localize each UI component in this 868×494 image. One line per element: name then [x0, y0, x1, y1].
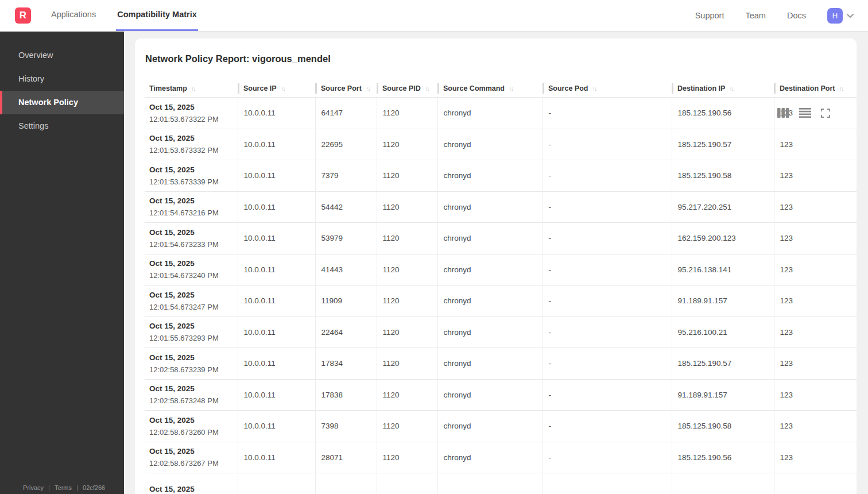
cell-dest_ip: 95.216.100.21: [672, 317, 774, 348]
column-header-source_port[interactable]: Source Port↑↓: [315, 82, 377, 98]
timestamp-date: Oct 15, 2025: [149, 164, 238, 176]
fullscreen-icon[interactable]: [821, 109, 830, 118]
sort-icon[interactable]: ↑↓: [281, 85, 285, 92]
tab-applications[interactable]: Applications: [50, 0, 97, 31]
timestamp-time: 12:02:58.673267 PM: [149, 457, 238, 469]
cell-dest_ip: 95.216.138.141: [672, 254, 774, 285]
cell-timestamp: Oct 15, 202512:01:53.673322 PM: [145, 98, 238, 129]
terms-link[interactable]: Terms: [55, 484, 72, 491]
table-row: Oct 15, 202512:01:54.673247 PM10.0.0.111…: [145, 285, 857, 317]
timestamp-date: Oct 15, 2025: [149, 483, 238, 494]
timestamp-time: 12:01:53.673322 PM: [149, 113, 238, 125]
app-logo[interactable]: R: [15, 7, 31, 24]
column-header-source_command[interactable]: Source Command↑↓: [437, 82, 542, 98]
cell-dest_ip: 91.189.91.157: [672, 285, 774, 317]
cell-source_command: chronyd: [437, 411, 542, 442]
sort-icon[interactable]: ↑↓: [839, 85, 843, 92]
cell-dest_port: 123: [774, 285, 857, 317]
cell-source_pid: 1120: [377, 254, 437, 285]
cell-source_port: 11909: [315, 285, 377, 317]
cell-timestamp: Oct 15, 202512:02:58.673239 PM: [145, 348, 238, 380]
cell-source_command: chronyd: [437, 191, 542, 223]
cell-source_command: chronyd: [437, 129, 542, 160]
cell-source_ip: 10.0.0.11: [238, 442, 315, 473]
cell-timestamp: Oct 15, 202512:01:54.673240 PM: [145, 254, 238, 285]
table-row: Oct 15, 202512:01:54.673233 PM10.0.0.115…: [145, 223, 857, 254]
column-header-dest_port[interactable]: Destination Port↑↓: [774, 82, 857, 98]
cell-source_pod: -: [542, 442, 672, 473]
cell-source_pod: -: [542, 379, 672, 411]
cell-dest_port: 123: [774, 442, 857, 473]
sidebar-item-settings[interactable]: Settings: [0, 114, 124, 138]
sort-icon[interactable]: ↑↓: [592, 85, 596, 92]
build-id: 02cf266: [83, 484, 105, 491]
column-header-dest_ip[interactable]: Destination IP↑↓: [672, 82, 774, 98]
sort-icon[interactable]: ↑↓: [425, 85, 429, 92]
cell-dest_ip: 162.159.200.123: [672, 223, 774, 254]
page-title: Network Policy Report: vigorous_mendel: [145, 38, 857, 64]
timestamp-date: Oct 15, 2025: [149, 101, 238, 113]
sort-icon[interactable]: ↑↓: [729, 85, 733, 92]
cell-source_pid: 1120: [377, 379, 437, 411]
sort-icon[interactable]: ↑↓: [366, 85, 370, 92]
sidebar-footer: Privacy Terms 02cf266: [23, 484, 105, 491]
cell-dest_ip: 185.125.190.57: [672, 348, 774, 380]
cell-source_pid: [377, 473, 437, 494]
cell-source_port: [315, 473, 377, 494]
rows-view-icon[interactable]: [799, 108, 811, 118]
table-row: Oct 15, 202512:01:55.673293 PM10.0.0.112…: [145, 317, 857, 348]
timestamp-time: 12:02:58.673248 PM: [149, 395, 238, 407]
cell-source_command: chronyd: [437, 160, 542, 192]
nav-tabs: Applications Compatibility Matrix: [50, 0, 217, 31]
cell-source_command: chronyd: [437, 254, 542, 285]
sidebar: Overview History Network Policy Settings…: [0, 32, 124, 494]
cell-source_port: 17838: [315, 379, 377, 411]
cell-dest_port: 123: [774, 191, 857, 223]
sidebar-item-history[interactable]: History: [0, 67, 124, 91]
cell-source_command: [437, 473, 542, 494]
columns-view-icon[interactable]: [777, 108, 789, 118]
cell-source_port: 28071: [315, 442, 377, 473]
cell-source_port: 22695: [315, 129, 377, 160]
column-header-source_ip[interactable]: Source IP↑↓: [238, 82, 315, 98]
cell-timestamp: Oct 15, 202512:01:54.673233 PM: [145, 223, 238, 254]
sidebar-item-network-policy[interactable]: Network Policy: [0, 91, 124, 114]
cell-dest_ip: 185.125.190.56: [672, 442, 774, 473]
timestamp-date: Oct 15, 2025: [149, 414, 238, 426]
column-label: Destination Port: [780, 84, 835, 92]
table-row: Oct 15, 202512:02:58.673260 PM10.0.0.117…: [145, 411, 857, 442]
sort-icon[interactable]: ↑↓: [509, 85, 513, 92]
table-body: Oct 15, 202512:01:53.673322 PM10.0.0.116…: [145, 98, 857, 494]
timestamp-time: 12:01:55.673293 PM: [149, 332, 238, 344]
sidebar-item-overview[interactable]: Overview: [0, 44, 124, 67]
sort-icon[interactable]: ↑↓: [191, 85, 195, 92]
column-header-timestamp[interactable]: Timestamp↑↓: [145, 82, 238, 98]
cell-source_pid: 1120: [377, 98, 437, 129]
nav-link-team[interactable]: Team: [745, 11, 765, 20]
avatar[interactable]: H: [827, 8, 843, 24]
nav-link-support[interactable]: Support: [695, 11, 724, 20]
cell-source_command: chronyd: [437, 285, 542, 317]
privacy-link[interactable]: Privacy: [23, 484, 44, 491]
cell-timestamp: Oct 15, 202512:02:58.673267 PM: [145, 442, 238, 473]
column-label: Destination IP: [677, 84, 725, 92]
column-header-source_pid[interactable]: Source PID↑↓: [377, 82, 437, 98]
table-row: Oct 15, 202512:02:58.673267 PM10.0.0.112…: [145, 442, 857, 473]
main-area: Network Policy Report: vigorous_mendel: [124, 32, 868, 494]
cell-source_pod: -: [542, 317, 672, 348]
column-header-source_pod[interactable]: Source Pod↑↓: [542, 82, 672, 98]
cell-source_ip: [238, 473, 315, 494]
timestamp-time: 12:01:54.673240 PM: [149, 269, 238, 281]
tab-compatibility-matrix[interactable]: Compatibility Matrix: [116, 0, 198, 31]
timestamp-time: 12:01:54.673233 PM: [149, 238, 238, 250]
chevron-down-icon[interactable]: [846, 13, 854, 18]
cell-source_pod: -: [542, 348, 672, 380]
cell-source_port: 41443: [315, 254, 377, 285]
cell-source_ip: 10.0.0.11: [238, 160, 315, 192]
cell-source_pod: -: [542, 254, 672, 285]
nav-link-docs[interactable]: Docs: [787, 11, 806, 20]
report-card: Network Policy Report: vigorous_mendel: [135, 38, 857, 494]
nav-right: Support Team Docs H: [695, 0, 868, 31]
cell-source_pod: -: [542, 285, 672, 317]
cell-dest_ip: 185.125.190.57: [672, 129, 774, 160]
